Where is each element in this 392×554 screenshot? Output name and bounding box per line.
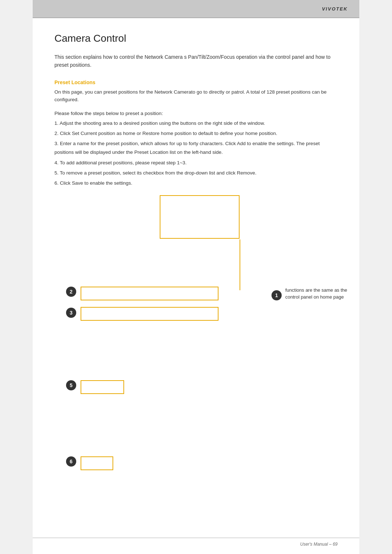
header-bar: VIVOTEK <box>33 0 359 17</box>
badge-6: 6 <box>66 456 76 467</box>
page-title: Camera Control <box>54 33 338 44</box>
main-content: Camera Control This section explains how… <box>33 18 359 525</box>
footer-divider <box>33 538 359 538</box>
step-2: 2. Click Set Current position as home or… <box>54 129 338 138</box>
diagram-bottom: 6 <box>54 446 338 504</box>
save-button-box <box>81 456 113 470</box>
step-5: 5. To remove a preset position, select i… <box>54 169 338 177</box>
vertical-connector-line <box>240 239 240 290</box>
steps-intro: Please follow the steps below to preset … <box>54 110 338 118</box>
preset-action-box <box>81 307 219 321</box>
badge-2: 2 <box>66 287 76 297</box>
step-1: 1. Adjust the shooting area to a desired… <box>54 119 338 128</box>
camera-view-box <box>160 195 240 239</box>
section-heading: Preset Locations <box>54 79 338 85</box>
brand-label: VIVOTEK <box>322 6 348 12</box>
step-6: 6. Click Save to enable the settings. <box>54 179 338 188</box>
intro-paragraph: This section explains how to control the… <box>54 53 338 69</box>
diagram-main: 1 functions are the same as the control … <box>54 195 338 362</box>
footer-text: User's Manual – 69 <box>300 542 338 547</box>
diagram-lower: 5 <box>54 369 338 442</box>
badge-3: 3 <box>66 308 76 318</box>
page-container: VIVOTEK Camera Control This section expl… <box>33 0 359 554</box>
steps-list: 1. Adjust the shooting area to a desired… <box>54 119 338 188</box>
step-3: 3. Enter a name for the preset position,… <box>54 139 338 157</box>
badge-1: 1 <box>271 290 282 300</box>
section-body: On this page, you can preset positions f… <box>54 88 338 104</box>
step-4: 4. To add additional preset positions, p… <box>54 159 338 167</box>
badge-5: 5 <box>66 380 76 390</box>
annotation-badge-1: functions are the same as the control pa… <box>285 287 351 301</box>
remove-button-box <box>81 380 124 394</box>
preset-name-box <box>81 287 219 300</box>
